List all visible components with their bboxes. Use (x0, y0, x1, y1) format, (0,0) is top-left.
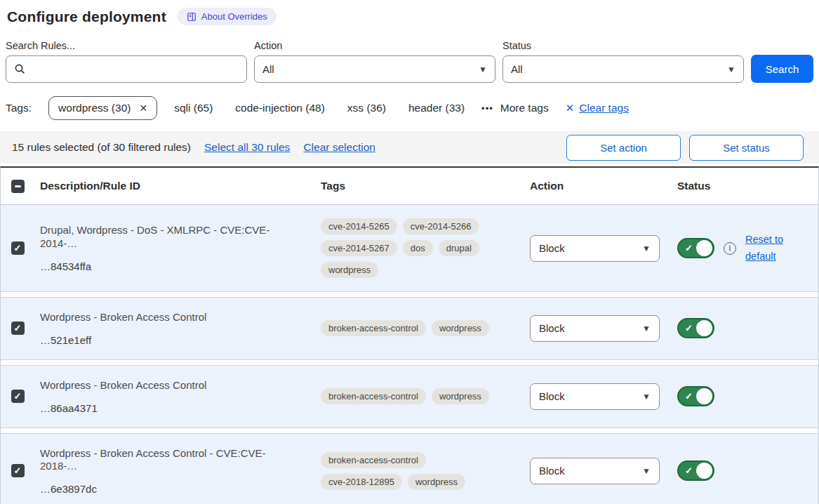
info-icon[interactable]: i (724, 242, 736, 255)
col-status: Status (672, 180, 818, 192)
search-rules-label: Search Rules... (6, 40, 247, 51)
tag-filter[interactable]: sqli (65) (174, 102, 213, 114)
reset-to-default-link[interactable]: Reset to default (745, 232, 792, 265)
rule-action-cell: Block▼ (524, 315, 672, 342)
rule-tag-chip: broken-access-control (321, 320, 426, 336)
rule-tag-chip: drupal (439, 240, 479, 256)
search-button[interactable]: Search (751, 55, 813, 83)
about-overrides-badge[interactable]: About Overrides (178, 8, 277, 25)
selection-summary: 15 rules selected (of 30 filtered rules) (12, 141, 191, 154)
check-icon: ✓ (685, 323, 693, 333)
rule-description-cell: Drupal, Wordpress - DoS - XMLRPC - CVE:C… (34, 224, 315, 272)
rule-id: …6e3897dc (40, 483, 297, 495)
tag-filter[interactable]: header (33) (408, 102, 465, 114)
rule-action-value: Block (539, 322, 565, 334)
rules-table: Description/Rule ID Tags Action Status ✓… (0, 166, 819, 504)
remove-tag-icon[interactable]: ✕ (139, 102, 147, 114)
status-toggle[interactable]: ✓ (677, 386, 714, 406)
chevron-down-icon: ▼ (642, 324, 651, 333)
clear-tags-link[interactable]: ✕ Clear tags (566, 102, 629, 114)
action-filter-select[interactable]: All ▼ (254, 55, 495, 83)
status-toggle[interactable]: ✓ (677, 460, 714, 481)
page-title: Configure deployment (7, 8, 166, 25)
more-tags-button[interactable]: ••• More tags (481, 102, 549, 114)
ellipsis-icon: ••• (481, 103, 493, 114)
rule-action-cell: Block▼ (524, 458, 672, 484)
rule-action-select[interactable]: Block▼ (530, 383, 660, 410)
toggle-knob (696, 240, 712, 256)
rule-status-cell: ✓ (672, 386, 818, 406)
clear-selection-link[interactable]: Clear selection (303, 141, 375, 154)
rule-tag-chip: cve-2014-5265 (321, 218, 397, 234)
row-checkbox[interactable]: ✓ (11, 321, 25, 335)
select-all-checkbox[interactable] (11, 180, 25, 193)
toggle-knob (696, 463, 712, 479)
rule-id: …84534ffa (40, 260, 297, 272)
set-action-button[interactable]: Set action (566, 135, 681, 161)
check-icon: ✓ (14, 466, 22, 475)
rule-status-cell: ✓ (672, 460, 818, 481)
rule-action-value: Block (539, 390, 565, 402)
status-filter-value: All (511, 63, 523, 75)
rules-table-body: ✓Drupal, Wordpress - DoS - XMLRPC - CVE:… (1, 205, 818, 504)
rule-action-value: Block (539, 242, 565, 254)
tag-filter-list: sqli (65)code-injection (48)xss (36)head… (174, 102, 465, 114)
more-tags-label: More tags (500, 102, 549, 114)
row-checkbox[interactable]: ✓ (11, 390, 25, 403)
about-overrides-label: About Overrides (201, 11, 267, 22)
tag-filter[interactable]: xss (36) (347, 102, 386, 114)
row-checkbox[interactable]: ✓ (11, 464, 25, 477)
book-icon (187, 12, 197, 22)
table-row: ✓Wordpress - Broken Access Control…521e1… (1, 297, 818, 360)
rule-action-value: Block (539, 465, 565, 477)
status-toggle[interactable]: ✓ (677, 318, 714, 338)
table-header-row: Description/Rule ID Tags Action Status (1, 168, 818, 205)
check-icon: ✓ (14, 324, 22, 333)
rule-tag-chip: wordpress (432, 320, 489, 336)
rule-tags-cell: broken-access-controlwordpress (315, 320, 524, 336)
rule-tag-chip: cve-2014-5266 (403, 218, 479, 234)
tag-filter[interactable]: code-injection (48) (235, 102, 325, 114)
chevron-down-icon: ▼ (479, 65, 487, 74)
rule-description-cell: Wordpress - Broken Access Control…86aa43… (34, 379, 315, 414)
rule-description-cell: Wordpress - Broken Access Control - CVE:… (34, 447, 315, 496)
rule-tag-chip: cve-2018-12895 (321, 474, 402, 490)
select-all-link[interactable]: Select all 30 rules (204, 141, 290, 154)
set-status-button[interactable]: Set status (689, 135, 804, 161)
col-description: Description/Rule ID (34, 180, 315, 192)
header-checkbox-cell (1, 180, 34, 193)
row-checkbox[interactable]: ✓ (11, 241, 25, 255)
rule-action-select[interactable]: Block▼ (530, 235, 660, 262)
rule-description: Wordpress - Broken Access Control - CVE:… (40, 447, 297, 474)
status-filter-select[interactable]: All ▼ (502, 55, 744, 83)
rule-description: Drupal, Wordpress - DoS - XMLRPC - CVE:C… (40, 224, 297, 251)
filters-bar: Search Rules... Action All ▼ Status All … (0, 40, 819, 83)
page-header: Configure deployment About Overrides (0, 0, 819, 25)
check-icon: ✓ (14, 392, 22, 401)
rule-description: Wordpress - Broken Access Control (40, 311, 297, 324)
selection-actions: Set action Set status (566, 135, 804, 161)
check-icon: ✓ (685, 465, 693, 476)
selection-bar: 15 rules selected (of 30 filtered rules)… (0, 131, 819, 164)
status-toggle[interactable]: ✓ (677, 238, 714, 258)
rule-status-cell: ✓iReset to default (672, 232, 818, 265)
selected-tag-chip[interactable]: wordpress (30) ✕ (48, 96, 157, 120)
row-checkbox-cell: ✓ (1, 321, 34, 335)
table-row: ✓Wordpress - Broken Access Control - CVE… (1, 433, 818, 504)
search-input[interactable] (6, 55, 247, 83)
row-checkbox-cell: ✓ (1, 241, 34, 255)
rule-tag-chip: broken-access-control (321, 452, 426, 468)
rule-tag-chip: wordpress (321, 262, 378, 278)
rule-action-select[interactable]: Block▼ (530, 315, 660, 342)
table-row: ✓Drupal, Wordpress - DoS - XMLRPC - CVE:… (1, 205, 818, 292)
col-tags: Tags (315, 180, 524, 192)
check-icon: ✓ (685, 243, 693, 253)
row-checkbox-cell: ✓ (1, 464, 34, 477)
toggle-knob (696, 320, 712, 336)
rule-action-cell: Block▼ (524, 235, 672, 262)
chevron-down-icon: ▼ (642, 244, 651, 253)
action-filter-label: Action (254, 40, 495, 51)
selected-tag-label: wordpress (30) (58, 102, 131, 114)
chevron-down-icon: ▼ (642, 466, 651, 476)
rule-action-select[interactable]: Block▼ (530, 458, 660, 484)
